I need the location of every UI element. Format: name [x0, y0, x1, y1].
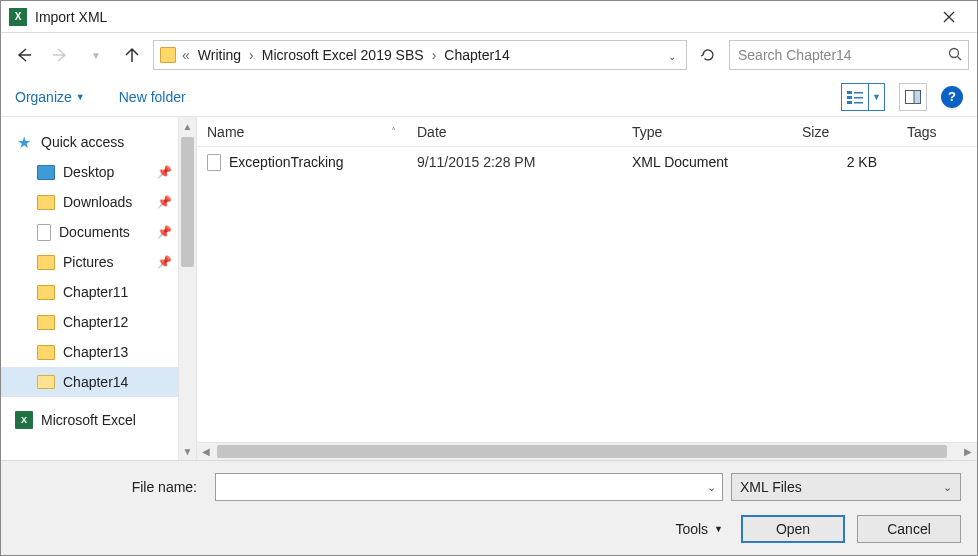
file-name: ExceptionTracking: [229, 154, 344, 170]
folder-icon: [37, 345, 55, 360]
preview-pane-button[interactable]: [899, 83, 927, 111]
search-box[interactable]: [729, 40, 969, 70]
sidebar-item-label: Pictures: [63, 254, 114, 270]
dialog-body: ★ Quick access Desktop 📌 Downloads 📌 Doc…: [1, 117, 977, 460]
file-type-filter[interactable]: XML Files ⌄: [731, 473, 961, 501]
address-history-dropdown[interactable]: ⌄: [664, 47, 680, 63]
details-view-icon: [842, 84, 868, 110]
navigation-row: ▼ « Writing › Microsoft Excel 2019 SBS ›…: [1, 33, 977, 77]
pin-icon: 📌: [157, 225, 172, 239]
sidebar-scrollbar[interactable]: ▲ ▼: [178, 117, 196, 460]
folder-icon: [37, 195, 55, 210]
file-icon: [207, 154, 221, 171]
window-title: Import XML: [35, 9, 107, 25]
up-button[interactable]: [117, 40, 147, 70]
folder-icon: [37, 255, 55, 270]
back-button[interactable]: [9, 40, 39, 70]
file-row[interactable]: ExceptionTracking 9/11/2015 2:28 PM XML …: [197, 147, 977, 177]
address-bar[interactable]: « Writing › Microsoft Excel 2019 SBS › C…: [153, 40, 687, 70]
chevron-down-icon: ⌄: [943, 481, 952, 494]
excel-app-icon: X: [9, 8, 27, 26]
file-type: XML Document: [622, 154, 792, 170]
chevron-right-icon: ›: [430, 47, 439, 63]
svg-rect-7: [854, 97, 863, 99]
organize-label: Organize: [15, 89, 72, 105]
sidebar-item-chapter13[interactable]: Chapter13: [1, 337, 178, 367]
scrollbar-thumb[interactable]: [217, 445, 947, 458]
file-name-input[interactable]: ⌄: [215, 473, 723, 501]
cancel-label: Cancel: [887, 521, 931, 537]
sidebar-item-label: Chapter13: [63, 344, 128, 360]
svg-line-3: [958, 56, 962, 60]
sidebar-item-desktop[interactable]: Desktop 📌: [1, 157, 178, 187]
arrow-right-icon: [52, 47, 68, 63]
cancel-button[interactable]: Cancel: [857, 515, 961, 543]
breadcrumb-prefix: «: [180, 47, 192, 63]
column-header-tags[interactable]: Tags: [897, 117, 977, 146]
sidebar-item-excel[interactable]: X Microsoft Excel: [1, 405, 178, 435]
svg-point-2: [950, 48, 959, 57]
search-input[interactable]: [736, 46, 948, 64]
arrow-up-icon: [124, 47, 140, 63]
view-dropdown[interactable]: ▼: [868, 84, 884, 110]
close-icon: [943, 11, 955, 23]
view-toggle[interactable]: ▼: [841, 83, 885, 111]
tools-menu[interactable]: Tools ▼: [675, 521, 723, 537]
quick-access-group[interactable]: ★ Quick access: [1, 127, 178, 157]
breadcrumb-item[interactable]: Chapter14: [442, 47, 511, 63]
open-button[interactable]: Open: [741, 515, 845, 543]
close-button[interactable]: [929, 4, 969, 30]
column-header-type[interactable]: Type: [622, 117, 792, 146]
breadcrumb-item[interactable]: Microsoft Excel 2019 SBS: [260, 47, 426, 63]
organize-menu[interactable]: Organize ▼: [15, 89, 85, 105]
file-list-hscrollbar[interactable]: ◀ ▶: [197, 442, 977, 460]
scroll-right-icon[interactable]: ▶: [959, 443, 977, 460]
column-label: Type: [632, 124, 662, 140]
folder-icon: [160, 47, 176, 63]
sidebar-item-downloads[interactable]: Downloads 📌: [1, 187, 178, 217]
chevron-down-icon: ▼: [872, 92, 881, 102]
refresh-button[interactable]: [693, 40, 723, 70]
sidebar-item-label: Microsoft Excel: [41, 412, 136, 428]
chevron-down-icon[interactable]: ⌄: [707, 481, 716, 494]
column-label: Date: [417, 124, 447, 140]
folder-icon: [37, 315, 55, 330]
sidebar-item-label: Chapter11: [63, 284, 128, 300]
new-folder-button[interactable]: New folder: [119, 89, 186, 105]
refresh-icon: [700, 47, 716, 63]
column-header-date[interactable]: Date: [407, 117, 622, 146]
column-headers: Name ˄ Date Type Size Tags: [197, 117, 977, 147]
sidebar-item-chapter11[interactable]: Chapter11: [1, 277, 178, 307]
file-list: Name ˄ Date Type Size Tags: [197, 117, 977, 460]
open-folder-icon: [37, 375, 55, 389]
sort-indicator-icon: ˄: [391, 126, 396, 137]
pin-icon: 📌: [157, 165, 172, 179]
sidebar-item-documents[interactable]: Documents 📌: [1, 217, 178, 247]
breadcrumb-item[interactable]: Writing: [196, 47, 243, 63]
column-label: Name: [207, 124, 244, 140]
title-bar: X Import XML: [1, 1, 977, 33]
sidebar-item-pictures[interactable]: Pictures 📌: [1, 247, 178, 277]
sidebar-item-chapter14[interactable]: Chapter14: [1, 367, 178, 397]
svg-rect-8: [847, 101, 852, 104]
pin-icon: 📌: [157, 195, 172, 209]
sidebar-item-label: Chapter14: [63, 374, 128, 390]
scroll-down-icon[interactable]: ▼: [179, 442, 196, 460]
chevron-down-icon: ▼: [76, 92, 85, 102]
help-icon: ?: [948, 89, 956, 104]
scroll-up-icon[interactable]: ▲: [179, 117, 196, 135]
history-dropdown[interactable]: ▼: [81, 40, 111, 70]
column-header-name[interactable]: Name ˄: [197, 117, 407, 146]
arrow-left-icon: [16, 47, 32, 63]
chevron-down-icon: ⌄: [668, 51, 676, 62]
sidebar-item-chapter12[interactable]: Chapter12: [1, 307, 178, 337]
scrollbar-thumb[interactable]: [181, 137, 194, 267]
svg-rect-5: [854, 92, 863, 94]
help-button[interactable]: ?: [941, 86, 963, 108]
scroll-left-icon[interactable]: ◀: [197, 443, 215, 460]
forward-button[interactable]: [45, 40, 75, 70]
sidebar-item-label: Documents: [59, 224, 130, 240]
navigation-pane: ★ Quick access Desktop 📌 Downloads 📌 Doc…: [1, 117, 197, 460]
sidebar-item-label: Desktop: [63, 164, 114, 180]
column-header-size[interactable]: Size: [792, 117, 897, 146]
